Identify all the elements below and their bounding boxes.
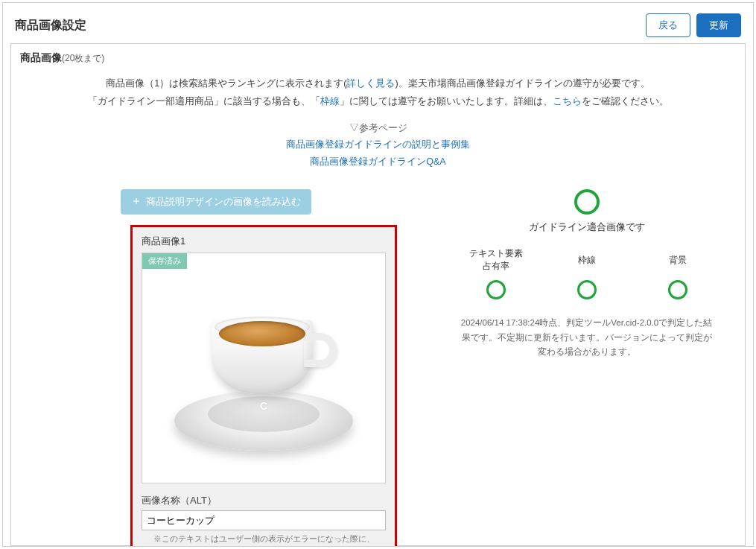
criteria-background: 背景 xyxy=(651,247,705,299)
header-buttons: 戻る 更新 xyxy=(646,13,741,37)
reference-heading: ▽参考ページ xyxy=(11,120,745,137)
section-heading: 商品画像(20枚まで) xyxy=(11,44,745,69)
image-card: 商品画像1 保存済み xyxy=(133,227,395,547)
image-preview-frame[interactable]: 保存済み C xyxy=(142,253,386,483)
section-limit-label: (20枚まで) xyxy=(62,53,104,63)
cup-handle-shape xyxy=(304,333,337,367)
main-panel: 商品画像(20枚まで) 商品画像（1）は検索結果やランキングに表示されます(詳し… xyxy=(10,43,746,546)
alt-field-label: 画像名称（ALT） xyxy=(142,494,386,507)
criteria-border-label: 枠線 xyxy=(560,247,614,273)
product-image: C xyxy=(167,305,360,454)
info-line2-mid: 」に関しては遵守をお願いいたします。詳細は、 xyxy=(340,96,553,107)
alt-note-line2: 画像の代わりに表示されます。 xyxy=(206,545,321,547)
ok-icon xyxy=(668,280,687,299)
load-icon xyxy=(131,196,142,209)
info-line-1: 商品画像（1）は検索結果やランキングに表示されます(詳しく見る)。楽天市場商品画… xyxy=(26,75,730,93)
info-line2-post: をご確認ください。 xyxy=(582,96,669,107)
info-line-2: 「ガイドライン一部適用商品」に該当する場合も、「枠線」に関しては遵守をお願いいた… xyxy=(26,93,730,111)
criteria-background-label: 背景 xyxy=(651,247,705,273)
page-header: 商品画像設定 戻る 更新 xyxy=(3,3,753,43)
overall-ok-icon xyxy=(574,189,600,215)
criteria-border: 枠線 xyxy=(560,247,614,299)
detail-link[interactable]: 詳しく見る xyxy=(346,78,395,89)
image-card-highlight: 商品画像1 保存済み xyxy=(130,225,397,547)
left-column: 商品説明デザインの画像を読み込む 商品画像1 保存済み xyxy=(19,189,413,547)
page-container: 商品画像設定 戻る 更新 商品画像(20枚まで) 商品画像（1）は検索結果やラン… xyxy=(2,2,754,547)
ref-link-guideline-qa[interactable]: 商品画像登録ガイドラインQ&A xyxy=(11,153,745,171)
cup-liquid-shape xyxy=(219,321,305,346)
overlay-letter: C xyxy=(260,400,267,412)
alt-text-input[interactable] xyxy=(142,510,386,530)
judgment-note: 2024/06/14 17:38:24時点、判定ツールVer.cid-2.0.0… xyxy=(436,316,737,360)
ok-icon xyxy=(577,280,597,299)
load-design-images-button[interactable]: 商品説明デザインの画像を読み込む xyxy=(121,189,311,215)
here-link[interactable]: こちら xyxy=(553,96,582,107)
saved-badge: 保存済み xyxy=(142,253,187,269)
criteria-text-ratio-label: テキスト要素占有率 xyxy=(469,247,523,273)
reference-block: ▽参考ページ 商品画像登録ガイドラインの説明と事例集 商品画像登録ガイドラインQ… xyxy=(11,120,745,171)
load-button-wrap: 商品説明デザインの画像を読み込む xyxy=(19,189,413,215)
right-column: ガイドライン適合画像です テキスト要素占有率 枠線 背景 20 xyxy=(436,189,737,547)
criteria-text-ratio: テキスト要素占有率 xyxy=(469,247,523,299)
ok-icon xyxy=(486,280,506,299)
ref-link-guideline-examples[interactable]: 商品画像登録ガイドラインの説明と事例集 xyxy=(11,136,745,153)
alt-note-line1: ※このテキストはユーザー側の表示がエラーになった際に、 xyxy=(153,534,375,543)
section-main-label: 商品画像 xyxy=(20,51,62,63)
guideline-ok-text: ガイドライン適合画像です xyxy=(436,220,737,234)
border-keyword: 枠線 xyxy=(320,96,340,107)
content-columns: 商品説明デザインの画像を読み込む 商品画像1 保存済み xyxy=(11,189,745,547)
load-button-label: 商品説明デザインの画像を読み込む xyxy=(146,195,301,209)
info-line2-pre: 「ガイドライン一部適用商品」に該当する場合も、「 xyxy=(88,96,320,107)
info-line1-pre: 商品画像（1）は検索結果やランキングに表示されます( xyxy=(106,78,346,89)
info-text-block: 商品画像（1）は検索結果やランキングに表示されます(詳しく見る)。楽天市場商品画… xyxy=(11,69,745,115)
image-card-title: 商品画像1 xyxy=(142,235,386,248)
cup-shape xyxy=(212,315,316,397)
back-button[interactable]: 戻る xyxy=(646,13,690,37)
page-title: 商品画像設定 xyxy=(15,18,86,34)
info-line1-post: )。楽天市場商品画像登録ガイドラインの遵守が必要です。 xyxy=(395,78,649,89)
alt-note: ※このテキストはユーザー側の表示がエラーになった際に、 画像の代わりに表示されま… xyxy=(142,533,386,547)
update-button[interactable]: 更新 xyxy=(696,13,741,37)
criteria-row: テキスト要素占有率 枠線 背景 xyxy=(436,247,737,299)
